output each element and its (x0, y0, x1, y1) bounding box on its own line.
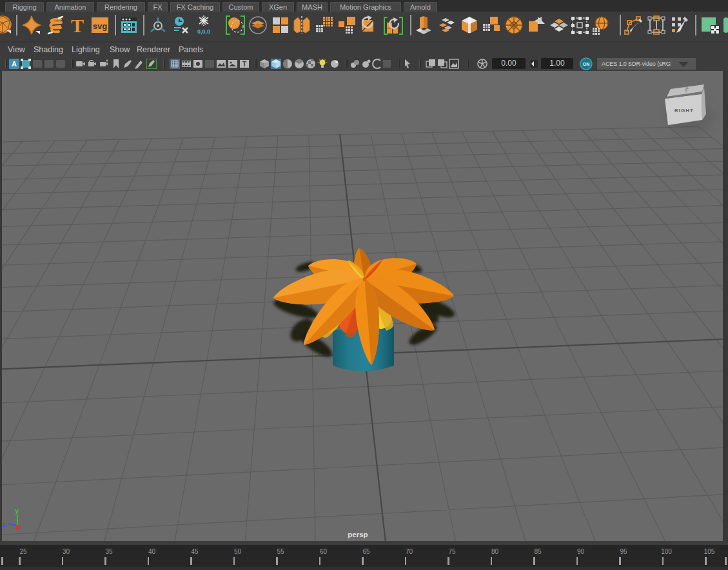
svg-text:T: T (242, 61, 246, 68)
svg-text:y: y (15, 507, 19, 515)
svg-text:T: T (71, 15, 84, 35)
svg-text:RIGHT: RIGHT (674, 108, 694, 113)
svg-text:0,0,0: 0,0,0 (197, 28, 210, 35)
svg-text:A: A (12, 60, 17, 68)
svg-text:svg: svg (93, 21, 107, 31)
svg-text:z: z (2, 520, 6, 528)
svg-text:ON: ON (583, 62, 590, 66)
